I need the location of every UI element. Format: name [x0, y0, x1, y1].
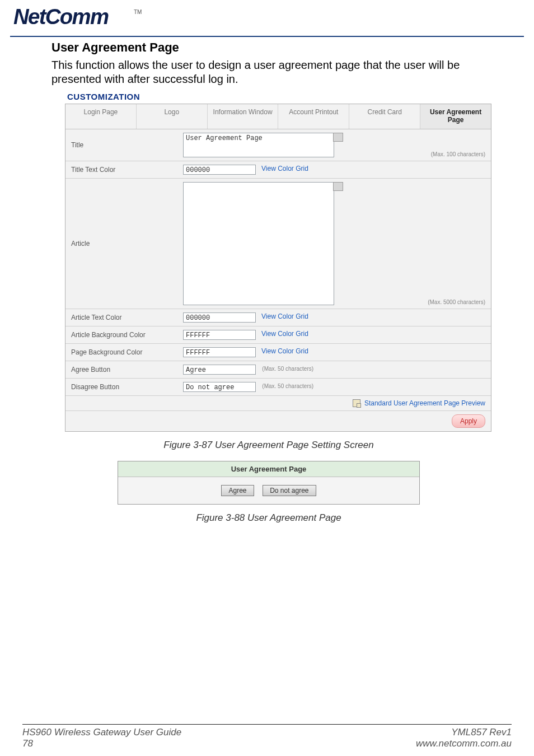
label-title-text-color: Title Text Color	[65, 161, 177, 178]
preview-agree-button[interactable]: Agree	[221, 485, 254, 496]
article-color-input[interactable]: 000000	[183, 312, 256, 323]
footer-url: www.netcomm.com.au	[416, 738, 512, 749]
article-textarea[interactable]	[183, 182, 334, 305]
article-color-grid-link[interactable]: View Color Grid	[261, 312, 308, 320]
scrollbar-nub[interactable]	[333, 133, 343, 142]
figure-caption-2: Figure 3-88 User Agreement Page	[51, 512, 486, 524]
footer-revision: YML857 Rev1	[416, 727, 512, 738]
label-title: Title	[65, 129, 177, 161]
page-bg-input[interactable]: FFFFFF	[183, 347, 256, 357]
svg-text:TM: TM	[134, 9, 142, 15]
header-divider	[10, 36, 524, 37]
article-bg-input[interactable]: FFFFFF	[183, 330, 256, 340]
footer-page-number: 78	[22, 738, 181, 749]
preview-link[interactable]: Standard User Agreement Page Preview	[364, 399, 485, 407]
label-page-bg-color: Page Background Color	[65, 343, 177, 361]
page-bg-grid-link[interactable]: View Color Grid	[261, 347, 308, 355]
preview-header: User Agreement Page	[118, 461, 419, 477]
customization-heading: CUSTOMIZATION	[67, 92, 486, 101]
tab-account-printout[interactable]: Account Printout	[278, 104, 349, 129]
brand-logo: NetComm TM	[0, 0, 534, 36]
agree-button-input[interactable]: Agree	[183, 365, 256, 375]
settings-table: Title User Agreement Page (Max. 100 char…	[65, 129, 491, 432]
figure-caption-1: Figure 3-87 User Agreement Page Setting …	[51, 440, 486, 451]
page-title: User Agreement Page	[51, 40, 486, 55]
preview-icon	[353, 399, 360, 407]
disagree-button-input[interactable]: Do not agree	[183, 382, 256, 392]
article-hint: (Max. 5000 characters)	[428, 299, 485, 305]
tab-credit-card[interactable]: Credit Card	[349, 104, 420, 129]
article-bg-grid-link[interactable]: View Color Grid	[261, 330, 308, 338]
title-color-grid-link[interactable]: View Color Grid	[261, 165, 308, 172]
disagree-hint: (Max. 50 characters)	[262, 383, 313, 389]
netcomm-logo: NetComm TM	[13, 4, 163, 32]
title-color-input[interactable]: 000000	[183, 165, 256, 175]
title-hint: (Max. 100 characters)	[431, 151, 485, 157]
label-disagree-button: Disagree Button	[65, 378, 177, 395]
tab-login-page[interactable]: Login Page	[65, 104, 137, 129]
preview-disagree-button[interactable]: Do not agree	[263, 485, 316, 496]
title-textarea[interactable]: User Agreement Page	[183, 133, 334, 157]
customization-panel: Login Page Logo Information Window Accou…	[65, 104, 491, 432]
intro-text: This function allows the user to design …	[51, 58, 486, 86]
tab-logo[interactable]: Logo	[137, 104, 208, 129]
agree-hint: (Max. 50 characters)	[262, 366, 313, 372]
user-agreement-preview: User Agreement Page Agree Do not agree	[118, 461, 420, 505]
label-article: Article	[65, 178, 177, 309]
label-article-text-color: Article Text Color	[65, 309, 177, 326]
scrollbar-nub[interactable]	[333, 182, 343, 191]
apply-button[interactable]: Apply	[452, 414, 485, 428]
label-article-bg-color: Article Background Color	[65, 326, 177, 343]
label-agree-button: Agree Button	[65, 361, 177, 378]
tab-information-window[interactable]: Information Window	[208, 104, 279, 129]
page-footer: HS960 Wireless Gateway User Guide 78 YML…	[0, 724, 534, 749]
footer-doc-title: HS960 Wireless Gateway User Guide	[22, 727, 181, 738]
svg-text:NetComm: NetComm	[13, 4, 109, 29]
tab-bar: Login Page Logo Information Window Accou…	[65, 104, 491, 129]
tab-user-agreement-page[interactable]: User Agreement Page	[420, 104, 491, 129]
